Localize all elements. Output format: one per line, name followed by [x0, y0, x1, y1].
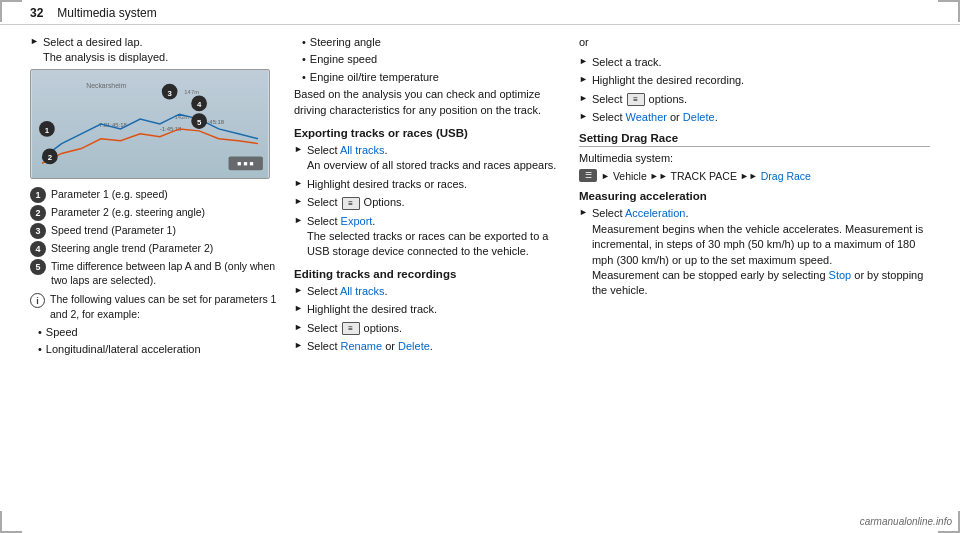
corner-mark-bl — [0, 511, 22, 533]
param-text: Steering angle trend (Parameter 2) — [51, 241, 213, 256]
intro-text: Select a desired lap.The analysis is dis… — [43, 35, 168, 66]
param-number: 4 — [30, 241, 46, 257]
edit-step-2-text: Highlight the desired track. — [307, 302, 437, 317]
bullet-text: Speed — [46, 325, 78, 340]
info-item: i The following values can be set for pa… — [30, 292, 278, 321]
export-step-4-text: Select Export.The selected tracks or rac… — [307, 214, 563, 260]
edit-step-4-text: Select Rename or Delete. — [307, 339, 433, 354]
chart-svg: Neckarsheim 147m 142m 7:01:45:18 -1:45:1… — [31, 70, 269, 178]
parameter-list: 1Parameter 1 (e.g. speed)2Parameter 2 (e… — [30, 187, 278, 288]
nav-arrow-2: ►► — [650, 171, 668, 181]
bullet-arrow: ► — [30, 36, 39, 46]
param-number: 2 — [30, 205, 46, 221]
nav-path: ☰ ► Vehicle ►► TRACK PACE ►► Drag Race — [579, 169, 930, 182]
export-step-3-text: Select ≡ Options. — [307, 195, 405, 210]
or-step-3: ► Select ≡ options. — [579, 92, 930, 107]
arrow-icon: ► — [294, 178, 303, 188]
bullet-dot: • — [38, 342, 42, 357]
multimedia-label: Multimedia system: — [579, 151, 930, 167]
page-header: 32 Multimedia system — [0, 0, 960, 25]
analysis-text: Based on the analysis you can check and … — [294, 87, 563, 119]
nav-vehicle: Vehicle — [613, 170, 647, 182]
left-bullet-list: •Speed•Longitudinal/lateral acceleration — [30, 325, 278, 358]
param-text: Parameter 1 (e.g. speed) — [51, 187, 168, 202]
nav-drag-race: Drag Race — [761, 170, 811, 182]
bullet-item: •Longitudinal/lateral acceleration — [38, 342, 278, 357]
corner-mark-tr — [938, 0, 960, 22]
export-step-4: ► Select Export.The selected tracks or r… — [294, 214, 563, 260]
or-step-4: ► Select Weather or Delete. — [579, 110, 930, 125]
or-text: or — [579, 35, 930, 51]
nav-track-pace: TRACK PACE — [671, 170, 737, 182]
nav-arrow-3: ►► — [740, 171, 758, 181]
bullet-item: •Engine oil/tire temperature — [302, 70, 563, 85]
param-number: 3 — [30, 223, 46, 239]
svg-text:4: 4 — [197, 100, 202, 109]
edit-step-1: ► Select All tracks. — [294, 284, 563, 299]
edit-step-3-text: Select ≡ options. — [307, 321, 402, 336]
or-step-4-text: Select Weather or Delete. — [592, 110, 718, 125]
or-step-2: ► Highlight the desired recording. — [579, 73, 930, 88]
arrow-icon: ► — [294, 215, 303, 225]
or-step-1-text: Select a track. — [592, 55, 662, 70]
main-content: ► Select a desired lap.The analysis is d… — [0, 25, 960, 528]
export-step-3: ► Select ≡ Options. — [294, 195, 563, 210]
arrow-icon: ► — [294, 285, 303, 295]
svg-text:147m: 147m — [184, 88, 199, 94]
bullet-text: Engine speed — [310, 52, 377, 67]
options-icon: ≡ — [342, 197, 360, 210]
arrow-icon: ► — [294, 196, 303, 206]
bullet-item: •Steering angle — [302, 35, 563, 50]
bullet-text: Longitudinal/lateral acceleration — [46, 342, 201, 357]
bullet-item: •Engine speed — [302, 52, 563, 67]
or-step-3-text: Select ≡ options. — [592, 92, 687, 107]
info-text-content: The following values can be set for para… — [50, 292, 278, 321]
export-step-1: ► Select All tracks.An overview of all s… — [294, 143, 563, 174]
options-icon: ≡ — [627, 93, 645, 106]
measure-heading: Measuring acceleration — [579, 190, 930, 202]
chart-image: Neckarsheim 147m 142m 7:01:45:18 -1:45:1… — [30, 69, 270, 179]
arrow-icon: ► — [579, 111, 588, 121]
arrow-icon: ► — [579, 207, 588, 217]
svg-text:5: 5 — [197, 118, 202, 127]
menu-icon: ☰ — [579, 169, 597, 182]
svg-text:Neckarsheim: Neckarsheim — [86, 81, 126, 88]
page-container: 32 Multimedia system ► Select a desired … — [0, 0, 960, 533]
arrow-icon: ► — [579, 56, 588, 66]
nav-arrow-1: ► — [601, 171, 610, 181]
svg-text:■ ■ ■: ■ ■ ■ — [237, 160, 253, 167]
param-item: 1Parameter 1 (e.g. speed) — [30, 187, 278, 203]
bullet-dot: • — [302, 35, 306, 50]
options-icon: ≡ — [342, 322, 360, 335]
measure-step-1: ► Select Acceleration.Measurement begins… — [579, 206, 930, 298]
corner-mark-tl — [0, 0, 22, 22]
arrow-icon: ► — [294, 303, 303, 313]
bullet-dot: • — [38, 325, 42, 340]
measure-step-1-text: Select Acceleration.Measurement begins w… — [592, 206, 930, 298]
svg-text:1: 1 — [45, 126, 50, 135]
edit-heading: Editing tracks and recordings — [294, 268, 563, 280]
right-column: or ► Select a track. ► Highlight the des… — [575, 35, 930, 518]
watermark: carmanualonline.info — [860, 516, 952, 527]
or-step-2-text: Highlight the desired recording. — [592, 73, 744, 88]
export-heading: Exporting tracks or races (USB) — [294, 127, 563, 139]
bullet-item: •Speed — [38, 325, 278, 340]
param-item: 3Speed trend (Parameter 1) — [30, 223, 278, 239]
svg-text:2: 2 — [48, 153, 53, 162]
edit-step-1-text: Select All tracks. — [307, 284, 388, 299]
left-column: ► Select a desired lap.The analysis is d… — [30, 35, 290, 518]
param-text: Parameter 2 (e.g. steering angle) — [51, 205, 205, 220]
arrow-icon: ► — [579, 74, 588, 84]
export-step-2-text: Highlight desired tracks or races. — [307, 177, 467, 192]
param-item: 2Parameter 2 (e.g. steering angle) — [30, 205, 278, 221]
svg-text:3: 3 — [167, 88, 172, 97]
arrow-icon: ► — [294, 340, 303, 350]
edit-step-4: ► Select Rename or Delete. — [294, 339, 563, 354]
param-text: Speed trend (Parameter 1) — [51, 223, 176, 238]
export-step-1-text: Select All tracks.An overview of all sto… — [307, 143, 556, 174]
or-step-1: ► Select a track. — [579, 55, 930, 70]
export-step-2: ► Highlight desired tracks or races. — [294, 177, 563, 192]
arrow-icon: ► — [294, 322, 303, 332]
arrow-icon: ► — [579, 93, 588, 103]
param-number: 1 — [30, 187, 46, 203]
